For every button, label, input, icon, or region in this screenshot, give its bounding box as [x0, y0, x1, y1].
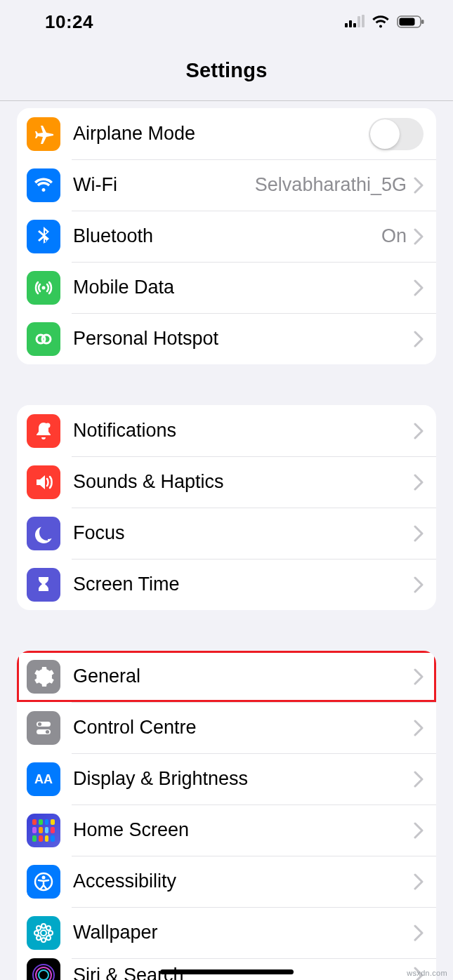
row-mobile-data[interactable]: Mobile Data	[17, 262, 436, 313]
row-notifications[interactable]: Notifications	[17, 405, 436, 456]
row-wallpaper[interactable]: Wallpaper	[17, 907, 436, 958]
dual-sim-icon	[345, 15, 365, 29]
hourglass-icon	[27, 568, 60, 602]
antenna-icon	[27, 271, 60, 305]
chevron-right-icon	[414, 474, 424, 491]
chevron-right-icon	[414, 668, 424, 685]
bell-icon	[27, 414, 60, 448]
page-title: Settings	[186, 59, 268, 81]
chevron-right-icon	[414, 925, 424, 941]
svg-point-15	[46, 729, 49, 733]
wifi-status-icon	[372, 15, 390, 29]
row-label: Airplane Mode	[73, 123, 369, 145]
row-label: Wi-Fi	[73, 174, 255, 196]
row-label: Personal Hotspot	[73, 328, 414, 350]
row-label: Home Screen	[73, 819, 414, 841]
row-accessibility[interactable]: Accessibility	[17, 856, 436, 907]
speaker-icon	[27, 465, 60, 499]
chevron-right-icon	[414, 177, 424, 194]
row-label: General	[73, 666, 414, 687]
svg-point-10	[42, 335, 51, 343]
watermark: wsxdn.com	[407, 969, 447, 977]
svg-rect-4	[362, 15, 365, 27]
chevron-right-icon	[414, 720, 424, 736]
row-label: Notifications	[73, 420, 414, 442]
svg-point-24	[37, 926, 41, 930]
chevron-right-icon	[414, 423, 424, 439]
home-grid-icon	[27, 814, 60, 847]
svg-rect-7	[421, 20, 424, 24]
row-personal-hotspot[interactable]: Personal Hotspot	[17, 313, 436, 364]
svg-point-14	[38, 722, 41, 725]
row-wifi[interactable]: Wi-Fi Selvabharathi_5G	[17, 159, 436, 211]
chevron-right-icon	[414, 822, 424, 839]
svg-point-20	[41, 924, 46, 928]
svg-rect-2	[353, 23, 356, 27]
wallpaper-icon	[27, 916, 60, 950]
chevron-right-icon	[414, 576, 424, 593]
svg-point-22	[34, 931, 39, 935]
chevron-right-icon	[414, 331, 424, 347]
chevron-right-icon	[414, 228, 424, 245]
chevron-right-icon	[414, 873, 424, 890]
svg-text:AA: AA	[34, 772, 53, 786]
row-label: Wallpaper	[73, 922, 414, 943]
status-time: 10:24	[45, 11, 93, 33]
home-indicator[interactable]	[160, 969, 294, 974]
svg-point-18	[42, 875, 46, 879]
chevron-right-icon	[414, 771, 424, 788]
bluetooth-icon	[27, 220, 60, 253]
row-focus[interactable]: Focus	[17, 508, 436, 559]
row-general[interactable]: General	[17, 651, 436, 702]
row-bluetooth[interactable]: Bluetooth On	[17, 211, 436, 262]
svg-point-26	[37, 936, 41, 940]
chevron-right-icon	[414, 279, 424, 296]
chevron-right-icon	[414, 525, 424, 542]
svg-point-8	[42, 286, 46, 289]
moon-icon	[27, 517, 60, 550]
siri-icon	[27, 958, 60, 980]
status-indicators	[345, 15, 425, 29]
settings-group-device: General Control Centre AA Display & Brig…	[17, 651, 436, 980]
settings-group-connectivity: Airplane Mode Wi-Fi Selvabharathi_5G Blu…	[17, 108, 436, 364]
row-label: Display & Brightness	[73, 768, 414, 790]
airplane-toggle[interactable]	[369, 118, 424, 150]
svg-rect-1	[349, 20, 352, 27]
svg-point-25	[46, 926, 51, 930]
svg-point-21	[41, 938, 46, 942]
hotspot-icon	[27, 322, 60, 356]
row-control-centre[interactable]: Control Centre	[17, 702, 436, 753]
switches-icon	[27, 711, 60, 745]
status-bar: 10:24	[0, 0, 453, 44]
row-display-brightness[interactable]: AA Display & Brightness	[17, 753, 436, 804]
wifi-value: Selvabharathi_5G	[255, 174, 407, 196]
wifi-icon	[27, 168, 60, 202]
row-sounds-haptics[interactable]: Sounds & Haptics	[17, 456, 436, 508]
svg-point-27	[46, 936, 51, 940]
svg-rect-3	[357, 16, 360, 27]
row-label: Control Centre	[73, 717, 414, 739]
row-label: Accessibility	[73, 870, 414, 892]
accessibility-icon	[27, 865, 60, 899]
row-label: Screen Time	[73, 574, 414, 595]
gear-icon	[27, 660, 60, 694]
settings-group-alerts: Notifications Sounds & Haptics Focus Scr…	[17, 405, 436, 610]
svg-point-11	[46, 423, 51, 428]
aa-icon: AA	[27, 762, 60, 796]
row-airplane-mode[interactable]: Airplane Mode	[17, 108, 436, 159]
row-label: Focus	[73, 522, 414, 544]
row-label: Sounds & Haptics	[73, 471, 414, 493]
airplane-icon	[27, 117, 60, 151]
page-title-wrap: Settings	[0, 44, 453, 100]
title-separator	[0, 100, 453, 101]
row-home-screen[interactable]: Home Screen	[17, 804, 436, 856]
row-label: Bluetooth	[73, 225, 381, 247]
row-screen-time[interactable]: Screen Time	[17, 559, 436, 610]
bluetooth-value: On	[381, 225, 407, 247]
svg-rect-6	[400, 18, 415, 26]
battery-icon	[397, 15, 425, 29]
svg-rect-0	[345, 23, 348, 27]
svg-point-23	[48, 931, 53, 935]
svg-point-19	[41, 930, 46, 936]
svg-point-30	[39, 970, 48, 980]
